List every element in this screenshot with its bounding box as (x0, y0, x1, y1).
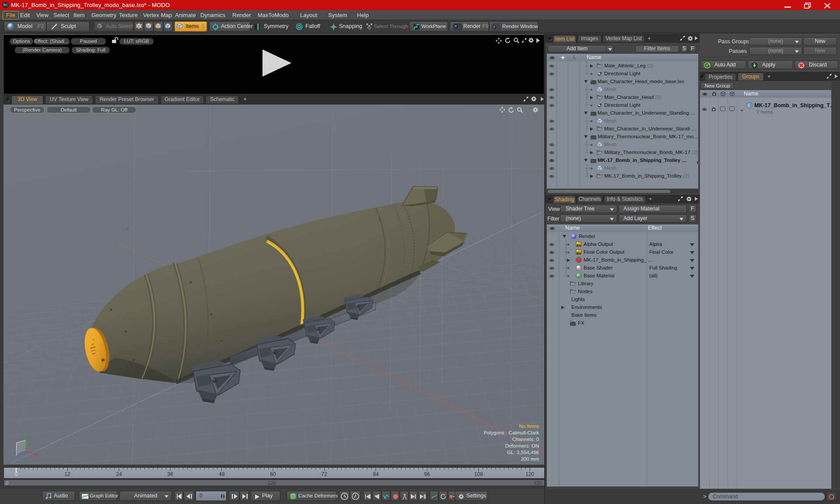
svg-text:Deformers: ON: Deformers: ON (505, 443, 539, 448)
svg-text:200 mm: 200 mm (521, 456, 539, 462)
svg-text:84: 84 (373, 471, 379, 477)
svg-text:36: 36 (167, 471, 173, 477)
svg-text:-X: -X (124, 226, 130, 231)
svg-text:24: 24 (116, 471, 122, 477)
svg-text:60: 60 (270, 471, 276, 477)
svg-text:Z: Z (14, 450, 17, 455)
svg-text:Polygons : Catmull-Clark: Polygons : Catmull-Clark (483, 430, 539, 435)
svg-text:72: 72 (321, 471, 327, 477)
svg-text:X: X (35, 452, 38, 457)
svg-text:96: 96 (424, 471, 430, 477)
svg-text:120: 120 (525, 471, 534, 477)
svg-text:108: 108 (474, 471, 483, 477)
svg-text:No Items: No Items (519, 424, 539, 429)
svg-text:0: 0 (15, 471, 18, 477)
svg-text:GL: 3,554,496: GL: 3,554,496 (507, 450, 539, 455)
svg-text:Y: Y (24, 434, 27, 439)
svg-text:48: 48 (219, 471, 225, 477)
svg-text:Channels: 0: Channels: 0 (512, 437, 539, 442)
svg-text:12: 12 (64, 471, 70, 477)
